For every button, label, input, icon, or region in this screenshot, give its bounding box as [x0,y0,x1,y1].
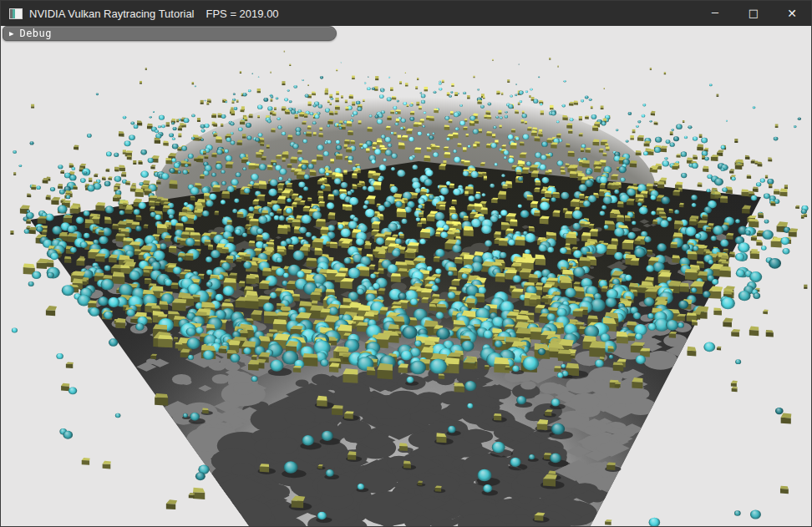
window-title: NVIDIA Vulkan Raytracing Tutorial [29,8,195,20]
render-viewport: ▶ Debug [1,26,811,526]
collapse-arrow-icon: ▶ [9,29,13,37]
maximize-button[interactable]: □ [734,1,773,26]
title-bar: NVIDIA Vulkan Raytracing Tutorial FPS = … [1,1,811,26]
maximize-icon: □ [749,1,759,26]
raytraced-scene-canvas[interactable] [1,26,811,526]
app-icon [9,8,23,19]
close-icon: ✕ [787,1,797,26]
fps-counter: FPS = 2019.00 [206,8,279,20]
app-window: NVIDIA Vulkan Raytracing Tutorial FPS = … [0,0,812,527]
minimize-button[interactable]: ─ [696,1,734,26]
minimize-icon: ─ [712,1,718,26]
close-button[interactable]: ✕ [773,1,811,26]
debug-panel-header[interactable]: ▶ Debug [3,26,337,41]
debug-panel-label: Debug [19,28,52,39]
